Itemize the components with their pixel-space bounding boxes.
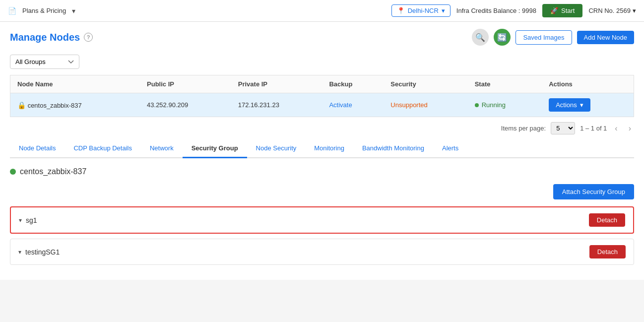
crn-dropdown-icon[interactable]: ▾ [633,7,636,14]
private-ip-cell: 172.16.231.23 [231,93,322,117]
saved-images-button[interactable]: Saved Images [515,30,572,45]
help-icon[interactable]: ? [84,33,93,42]
sg-item-sg1: ▾ sg1 Detach [10,206,634,234]
col-public-ip: Public IP [140,75,231,93]
node-name-value: centos_zabbix-837 [28,102,82,109]
node-table: Node Name Public IP Private IP Backup Se… [10,75,634,117]
col-backup: Backup [322,75,384,93]
header-actions: 🔍 🔄 Saved Images Add New Node [472,29,634,46]
security-group-content: Attach Security Group ▾ sg1 Detach ▾ tes… [10,184,634,265]
col-actions: Actions [542,75,634,93]
location-label: Delhi-NCR [408,7,439,14]
node-name-cell: 🔒 centos_zabbix-837 [10,93,140,117]
sg-header-row: Attach Security Group [10,184,634,199]
crn-info: CRN No. 2569 ▾ [588,7,636,14]
items-per-page-label: Items per page: [501,125,546,132]
sg-item-testingsg1: ▾ testingSG1 Detach [10,239,634,265]
sg-name-sg1: sg1 [26,216,37,224]
prev-page-button[interactable]: ‹ [612,123,620,134]
page-range-label: 1 – 1 of 1 [580,125,607,132]
tab-node-details[interactable]: Node Details [10,139,64,158]
state-running: Running [475,101,535,109]
col-private-ip: Private IP [231,75,322,93]
col-security: Security [384,75,467,93]
actions-cell: Actions ▾ [542,93,634,117]
main-content: Manage Nodes ? 🔍 🔄 Saved Images Add New … [0,22,644,280]
tab-alerts[interactable]: Alerts [433,139,467,158]
crn-label: CRN No. 2569 [588,7,631,14]
actions-dropdown-icon: ▾ [580,101,583,109]
state-label: Running [482,101,506,109]
location-pin-icon: 📍 [397,7,405,14]
node-section-title: centos_zabbix-837 [10,167,634,176]
filter-row: All Groups Group 1 Group 2 [10,51,634,75]
actions-label: Actions [556,101,577,109]
credits-balance: Infra Credits Balance : 9998 [456,7,536,14]
tab-network[interactable]: Network [141,139,183,158]
tab-node-security[interactable]: Node Security [247,139,306,158]
add-new-node-button[interactable]: Add New Node [577,31,634,44]
page-header: Manage Nodes ? 🔍 🔄 Saved Images Add New … [10,22,634,51]
detach-button-sg1[interactable]: Detach [589,213,625,227]
public-ip-cell: 43.252.90.209 [140,93,231,117]
table-header: Node Name Public IP Private IP Backup Se… [10,75,634,93]
tab-security-group[interactable]: Security Group [183,139,247,158]
group-filter-select[interactable]: All Groups Group 1 Group 2 [10,55,79,69]
refresh-button[interactable]: 🔄 [494,29,511,46]
page-title: Manage Nodes [10,32,80,43]
brand-doc-icon: 📄 [8,7,16,15]
start-icon: 🚀 [550,7,558,14]
tab-bandwidth-monitoring[interactable]: Bandwidth Monitoring [353,139,433,158]
running-dot [475,103,479,107]
next-page-button[interactable]: › [626,123,634,134]
col-node-name: Node Name [10,75,140,93]
node-status-dot [10,169,16,175]
brand-label: Plans & Pricing [22,7,66,14]
security-unsupported-link[interactable]: Unsupported [390,101,427,109]
backup-cell: Activate [322,93,384,117]
start-label: Start [561,7,575,14]
location-selector[interactable]: 📍 Delhi-NCR ▾ [391,4,451,17]
tab-monitoring[interactable]: Monitoring [305,139,353,158]
col-state: State [468,75,542,93]
attach-security-group-button[interactable]: Attach Security Group [553,184,634,199]
pagination-row: Items per page: 5 10 25 1 – 1 of 1 ‹ › [10,117,634,139]
detach-button-testingsg1[interactable]: Detach [589,245,626,258]
sg-name-testingsg1: testingSG1 [25,248,60,256]
per-page-select[interactable]: 5 10 25 [551,122,575,134]
sg-item-left-testingsg1: ▾ testingSG1 [18,248,60,256]
brand-dropdown-icon[interactable]: ▾ [72,7,75,15]
navbar: 📄 Plans & Pricing ▾ 📍 Delhi-NCR ▾ Infra … [0,0,644,22]
security-cell: Unsupported [384,93,467,117]
location-dropdown-icon: ▾ [442,7,445,14]
backup-activate-link[interactable]: Activate [329,101,352,109]
chevron-down-icon-testingsg1[interactable]: ▾ [18,249,21,256]
tabs-row: Node Details CDP Backup Details Network … [10,139,634,158]
state-cell: Running [468,93,542,117]
tab-cdp-backup-details[interactable]: CDP Backup Details [64,139,141,158]
page-title-container: Manage Nodes ? [10,32,93,43]
sg-item-left-sg1: ▾ sg1 [19,216,37,224]
table-row: 🔒 centos_zabbix-837 43.252.90.209 172.16… [10,93,634,117]
lock-icon: 🔒 [17,101,26,109]
search-button[interactable]: 🔍 [472,29,489,46]
chevron-down-icon-sg1[interactable]: ▾ [19,217,22,224]
actions-button[interactable]: Actions ▾ [549,98,590,112]
node-section-name: centos_zabbix-837 [20,167,86,176]
start-button[interactable]: 🚀 Start [542,4,582,17]
